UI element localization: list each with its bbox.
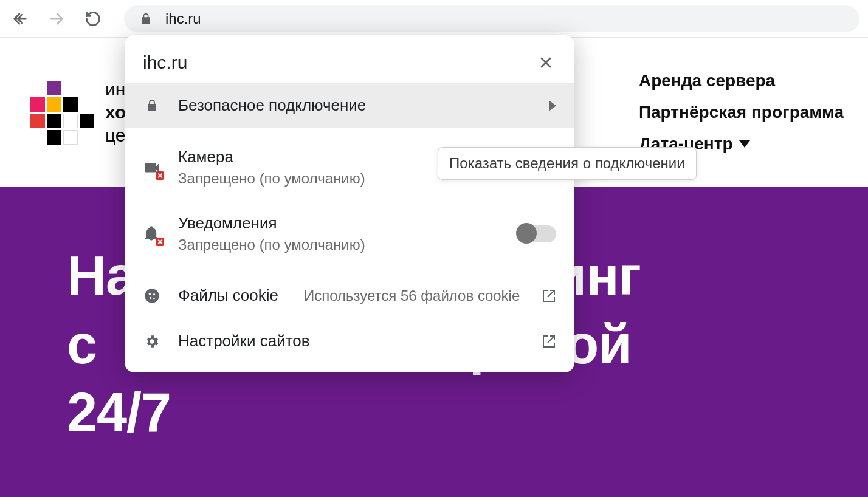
nav-label: Партнёрская программа (639, 103, 844, 122)
notifications-sublabel: Запрещено (по умолчанию) (178, 236, 500, 253)
close-button[interactable] (536, 52, 556, 73)
nav-rent-server[interactable]: Аренда сервера (639, 71, 844, 91)
camera-icon (143, 159, 161, 177)
logo-mark (30, 81, 94, 145)
popup-title: ihc.ru (143, 52, 536, 73)
back-button[interactable] (9, 7, 32, 30)
blocked-badge-icon (156, 238, 164, 246)
cookies-count: Используется 56 файлов cookie (304, 287, 520, 304)
gear-icon (143, 332, 161, 351)
nav-partner-program[interactable]: Партнёрская программа (639, 103, 844, 122)
cookies-label: Файлы cookie (178, 286, 278, 305)
logo-line-3: це (105, 125, 126, 146)
svg-point-5 (153, 293, 155, 295)
connection-tooltip: Показать сведения о подключении (438, 147, 697, 180)
svg-point-3 (145, 289, 159, 303)
external-link-icon (542, 289, 556, 303)
svg-point-7 (153, 297, 155, 299)
blocked-badge-icon (156, 171, 164, 180)
secure-connection-row[interactable]: Безопасное подключение (125, 83, 574, 128)
svg-point-6 (150, 296, 151, 298)
logo-text: ин хо це (105, 78, 126, 146)
site-settings-label: Настройки сайтов (178, 332, 310, 351)
site-settings-row[interactable]: Настройки сайтов (125, 318, 574, 364)
hero-frag: 24/7 (67, 382, 171, 443)
nav-label: Аренда сервера (639, 71, 775, 91)
logo-line-2: хо (105, 101, 126, 123)
svg-point-4 (149, 292, 151, 295)
chevron-right-icon (549, 100, 556, 111)
reload-button[interactable] (81, 7, 105, 30)
hero-frag: с (67, 314, 97, 375)
cookies-row[interactable]: Файлы cookie Используется 56 файлов cook… (125, 273, 574, 318)
secure-connection-label: Безопасное подключение (178, 96, 366, 115)
url-text: ihc.ru (165, 10, 201, 27)
cookie-icon (143, 287, 161, 305)
notifications-label: Уведомления (178, 214, 500, 233)
external-link-icon (542, 334, 556, 349)
chevron-down-icon (739, 140, 750, 148)
header-nav: Аренда сервера Партнёрская программа Дат… (639, 71, 844, 154)
site-info-popup: ihc.ru Безопасное подключение Камера Зап… (125, 35, 574, 372)
page-content: ин хо це Аренда сервера Партнёрская прог… (0, 38, 868, 497)
browser-toolbar: ihc.ru (0, 0, 868, 38)
popup-header: ihc.ru (125, 35, 574, 83)
notifications-permission-row: Уведомления Запрещено (по умолчанию) (125, 201, 574, 267)
notifications-toggle[interactable] (517, 225, 556, 242)
lock-icon[interactable] (135, 8, 157, 30)
address-bar[interactable]: ihc.ru (124, 5, 859, 32)
logo-line-1: ин (105, 78, 126, 100)
forward-button[interactable] (45, 7, 68, 30)
bell-icon (143, 225, 161, 243)
lock-icon (143, 97, 161, 115)
site-logo[interactable]: ин хо це (30, 78, 126, 146)
